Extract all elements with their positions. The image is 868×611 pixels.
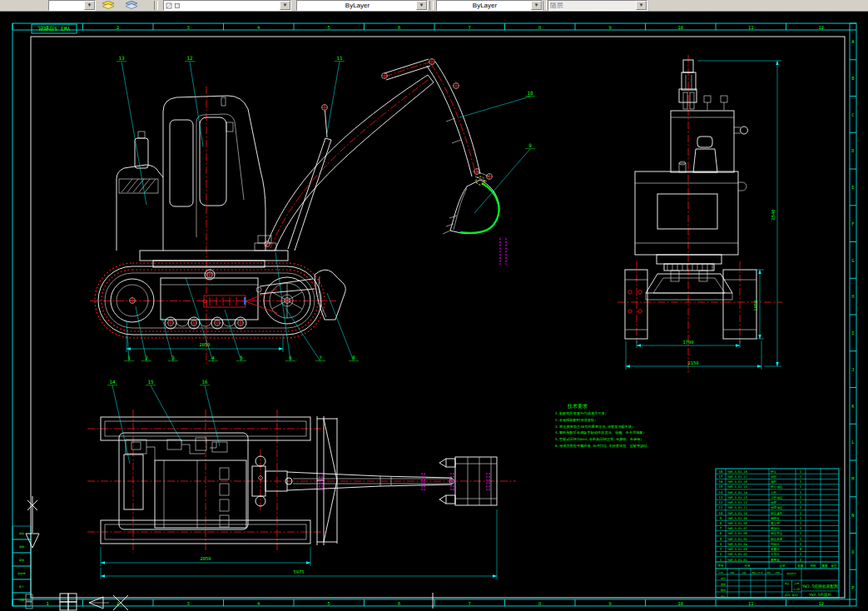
- chevron-down-icon[interactable]: ▼: [280, 1, 290, 10]
- parts-header: 代号: [744, 564, 751, 568]
- zone-label-bottom: 1: [47, 601, 49, 606]
- toolbar-separator: [429, 1, 434, 10]
- rect-shape: [635, 171, 738, 255]
- chevron-down-icon[interactable]: ▼: [636, 1, 647, 10]
- part-code: YW3.5.01.06: [727, 532, 747, 535]
- toolbar-separator: [154, 1, 158, 10]
- top-view-excavator: [87, 410, 516, 553]
- part-code: YW3.5.01.15: [727, 485, 747, 489]
- part-code: YW3.5.01.17: [727, 475, 747, 479]
- field-label: 校核: [720, 583, 726, 586]
- parts-header: 重量: [821, 564, 828, 568]
- front-view-excavator: [618, 55, 782, 375]
- scale-label: 比例: [795, 582, 800, 585]
- layer-properties-icon: [102, 1, 115, 10]
- dim-arrow: [637, 344, 641, 346]
- lineweight-combo-value: 随层: [548, 1, 636, 10]
- part-qty: 1: [800, 511, 802, 515]
- circle-shape: [628, 291, 632, 294]
- color-combo[interactable]: ByLayer ▼: [296, 0, 428, 11]
- rect-shape: [126, 440, 146, 454]
- part-qty: 2: [800, 552, 802, 556]
- rect-shape: [704, 96, 711, 102]
- part-name: 驾驶室: [771, 516, 780, 520]
- part-no: 9: [720, 516, 722, 520]
- center-mark: [284, 297, 290, 304]
- path-shape: [500, 238, 506, 265]
- chevron-down-icon[interactable]: ▼: [84, 1, 95, 10]
- polygon-shape: [26, 534, 39, 548]
- path-shape: [117, 165, 163, 251]
- part-name: 支重轮: [771, 547, 780, 551]
- part-code: YW3.5.01.09: [727, 517, 747, 520]
- toolbar-combo-fragment[interactable]: ▼: [48, 0, 96, 11]
- part-qty: 2: [800, 558, 802, 562]
- parts-header: 名称: [779, 564, 786, 568]
- path-shape: [428, 75, 434, 82]
- rect-shape: [220, 484, 229, 495]
- linetype-combo-value: ByLayer: [437, 2, 531, 9]
- path-shape: [646, 274, 732, 293]
- part-code: YW3.5.01.05: [727, 538, 747, 541]
- part-no: 13: [719, 495, 723, 499]
- layers-button[interactable]: [121, 0, 142, 10]
- part-code: YW3.5.01.08: [727, 522, 747, 525]
- mark-label: 处数: [730, 571, 735, 574]
- zone-label-top: 4: [257, 25, 260, 30]
- cad-drawing-canvas[interactable]: YW3.5挖掘机 112233445566778899101011111212A…: [0, 12, 868, 611]
- border-field-label: 签字: [19, 585, 25, 589]
- zone-label-bottom: 3: [187, 601, 190, 606]
- rect-shape: [682, 72, 696, 90]
- circle-shape: [741, 127, 748, 134]
- lineweight-combo[interactable]: 随层 ▼: [548, 0, 647, 11]
- rect-shape: [226, 122, 233, 132]
- callout-number: 13: [118, 55, 125, 61]
- center-mark: [237, 320, 244, 326]
- zone-label-bottom: 4: [257, 601, 260, 606]
- rect-shape: [446, 495, 455, 504]
- part-code: YW3.5.01.16: [727, 480, 747, 484]
- part-code: YW3.5.01.04: [727, 543, 747, 546]
- stage-label: 阶段标记: [786, 572, 796, 575]
- callout-number: 3: [171, 355, 175, 360]
- zone-label-top: 2: [117, 25, 119, 30]
- parts-header: 材料: [810, 564, 816, 568]
- parts-header: 数量: [797, 564, 804, 568]
- zone-label-right: H: [851, 294, 854, 299]
- mark-label: 标记: [717, 571, 723, 574]
- note-line: 4.整机装配后各操纵手柄动作应灵活、准确、无卡滞现象;: [555, 430, 645, 435]
- part-no: 7: [720, 526, 722, 530]
- border-field-label: 审核: [19, 559, 25, 562]
- layer-properties-button[interactable]: [97, 0, 119, 10]
- rect-shape: [657, 194, 717, 229]
- technical-notes: 技术要求 1.装配前所有零件均须清洗干净;2.各销轴装配时涂润滑脂;3.液压系统…: [555, 403, 651, 449]
- rect-shape: [196, 438, 206, 450]
- path-shape: [317, 419, 337, 542]
- part-code: YW3.5.01.07: [727, 527, 747, 530]
- rect-shape: [683, 92, 687, 109]
- part-code: YW3.5.01.11: [727, 506, 747, 509]
- part-name: 摇杆: [771, 480, 777, 484]
- rect-shape: [161, 278, 258, 320]
- path-shape: [435, 62, 480, 174]
- chevron-down-icon[interactable]: ▼: [416, 1, 427, 10]
- part-name: 回转支承: [771, 538, 783, 541]
- callout-number: 12: [186, 55, 193, 61]
- callout-number: 9: [528, 142, 532, 148]
- callout-number: 16: [201, 379, 208, 385]
- path-shape: [738, 182, 746, 191]
- zone-label-top: 5: [328, 25, 330, 30]
- dim-arrow: [101, 574, 105, 577]
- part-qty: 8: [800, 547, 802, 551]
- layer-combo[interactable]: ▼: [163, 0, 291, 11]
- mark-label: 分区: [742, 571, 746, 574]
- chevron-down-icon[interactable]: ▼: [531, 1, 542, 10]
- rect-shape: [204, 296, 246, 307]
- rect-shape: [657, 255, 722, 264]
- color-combo-value: ByLayer: [297, 2, 416, 9]
- path-shape: [625, 280, 756, 330]
- part-name: 推土铲: [771, 521, 780, 525]
- rect-shape: [167, 440, 181, 450]
- leader-line: [136, 306, 146, 361]
- linetype-combo[interactable]: ByLayer ▼: [436, 0, 543, 11]
